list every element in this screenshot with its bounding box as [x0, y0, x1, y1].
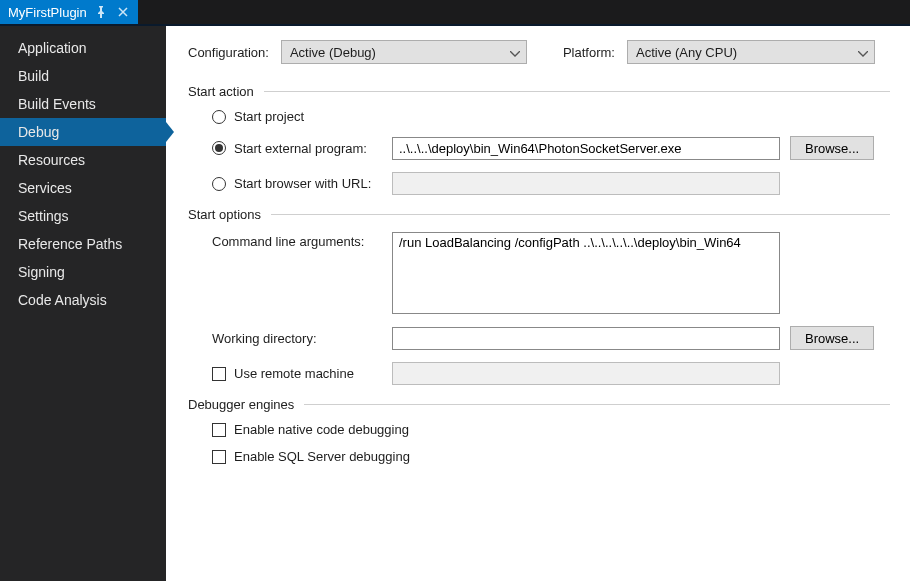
- remote-machine-input: [392, 362, 780, 385]
- radio-start-browser[interactable]: Start browser with URL:: [212, 176, 382, 191]
- cmd-args-input[interactable]: [392, 232, 780, 314]
- external-program-input[interactable]: [392, 137, 780, 160]
- use-remote-label: Use remote machine: [234, 366, 354, 381]
- radio-start-external-label: Start external program:: [234, 141, 367, 156]
- platform-label: Platform:: [563, 45, 615, 60]
- sidebar-item-label: Signing: [18, 264, 65, 280]
- sidebar-item-debug[interactable]: Debug: [0, 118, 166, 146]
- sidebar-item-build[interactable]: Build: [0, 62, 166, 90]
- sidebar-item-label: Reference Paths: [18, 236, 122, 252]
- sidebar-item-signing[interactable]: Signing: [0, 258, 166, 286]
- platform-dropdown[interactable]: Active (Any CPU): [627, 40, 875, 64]
- radio-start-project-input[interactable]: [212, 110, 226, 124]
- sidebar-item-resources[interactable]: Resources: [0, 146, 166, 174]
- sidebar-item-label: Debug: [18, 124, 59, 140]
- tab-myfirstplugin[interactable]: MyFirstPlugin: [0, 0, 138, 24]
- radio-start-external-input[interactable]: [212, 141, 226, 155]
- radio-start-project-label: Start project: [234, 109, 304, 124]
- sidebar-item-label: Code Analysis: [18, 292, 107, 308]
- sidebar-item-label: Resources: [18, 152, 85, 168]
- use-remote-input[interactable]: [212, 367, 226, 381]
- pin-icon[interactable]: [95, 6, 108, 19]
- working-dir-input[interactable]: [392, 327, 780, 350]
- main-panel: Configuration: Active (Debug) Platform: …: [166, 26, 910, 581]
- browse-external-button[interactable]: Browse...: [790, 136, 874, 160]
- use-remote-checkbox[interactable]: Use remote machine: [212, 366, 382, 381]
- sidebar-item-label: Application: [18, 40, 87, 56]
- sidebar-item-services[interactable]: Services: [0, 174, 166, 202]
- sidebar-item-label: Build: [18, 68, 49, 84]
- radio-start-browser-label: Start browser with URL:: [234, 176, 371, 191]
- enable-sql-input[interactable]: [212, 450, 226, 464]
- sidebar-item-reference-paths[interactable]: Reference Paths: [0, 230, 166, 258]
- platform-value: Active (Any CPU): [636, 45, 737, 60]
- cmd-args-label: Command line arguments:: [212, 232, 382, 249]
- configuration-label: Configuration:: [188, 45, 269, 60]
- close-icon[interactable]: [116, 5, 130, 19]
- sidebar-item-label: Build Events: [18, 96, 96, 112]
- enable-sql-checkbox[interactable]: Enable SQL Server debugging: [212, 449, 410, 464]
- section-debugger-engines: Debugger engines: [188, 397, 890, 412]
- configuration-value: Active (Debug): [290, 45, 376, 60]
- radio-start-browser-input[interactable]: [212, 177, 226, 191]
- enable-native-checkbox[interactable]: Enable native code debugging: [212, 422, 409, 437]
- enable-sql-label: Enable SQL Server debugging: [234, 449, 410, 464]
- sidebar-item-application[interactable]: Application: [0, 34, 166, 62]
- sidebar-item-label: Services: [18, 180, 72, 196]
- section-start-action: Start action: [188, 84, 890, 99]
- chevron-down-icon: [858, 45, 868, 60]
- properties-sidebar: Application Build Build Events Debug Res…: [0, 26, 166, 581]
- enable-native-input[interactable]: [212, 423, 226, 437]
- sidebar-item-code-analysis[interactable]: Code Analysis: [0, 286, 166, 314]
- tab-title: MyFirstPlugin: [8, 5, 87, 20]
- sidebar-item-settings[interactable]: Settings: [0, 202, 166, 230]
- browse-working-dir-button[interactable]: Browse...: [790, 326, 874, 350]
- sidebar-item-label: Settings: [18, 208, 69, 224]
- sidebar-item-build-events[interactable]: Build Events: [0, 90, 166, 118]
- tab-strip: MyFirstPlugin: [0, 0, 910, 26]
- radio-start-project[interactable]: Start project: [212, 109, 304, 124]
- chevron-down-icon: [510, 45, 520, 60]
- enable-native-label: Enable native code debugging: [234, 422, 409, 437]
- browser-url-input: [392, 172, 780, 195]
- radio-start-external[interactable]: Start external program:: [212, 141, 382, 156]
- section-start-options: Start options: [188, 207, 890, 222]
- configuration-dropdown[interactable]: Active (Debug): [281, 40, 527, 64]
- working-dir-label: Working directory:: [212, 331, 382, 346]
